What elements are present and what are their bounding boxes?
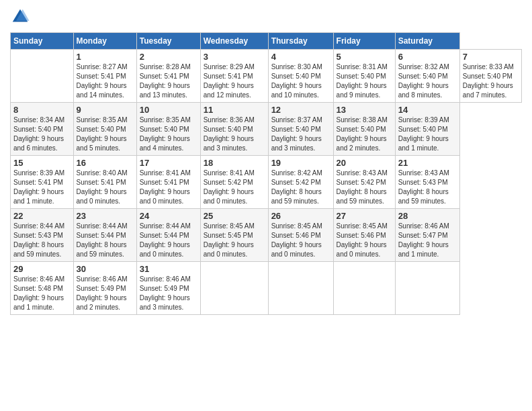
day-info: Sunrise: 8:39 AM Sunset: 5:41 PM Dayligh… — [13, 169, 71, 206]
day-info: Sunrise: 8:43 AM Sunset: 5:43 PM Dayligh… — [398, 169, 457, 206]
day-cell: 5 Sunrise: 8:31 AM Sunset: 5:40 PM Dayli… — [333, 50, 395, 103]
day-cell: 11 Sunrise: 8:36 AM Sunset: 5:40 PM Dayl… — [200, 103, 268, 156]
day-info: Sunrise: 8:46 AM Sunset: 5:49 PM Dayligh… — [140, 275, 197, 312]
day-info: Sunrise: 8:45 AM Sunset: 5:46 PM Dayligh… — [337, 222, 392, 259]
day-info: Sunrise: 8:41 AM Sunset: 5:41 PM Dayligh… — [140, 169, 197, 206]
day-number: 8 — [13, 105, 71, 115]
logo — [10, 7, 33, 27]
day-number: 13 — [337, 105, 392, 115]
day-number: 14 — [398, 105, 457, 115]
day-info: Sunrise: 8:44 AM Sunset: 5:43 PM Dayligh… — [13, 222, 71, 259]
day-cell: 27 Sunrise: 8:45 AM Sunset: 5:46 PM Dayl… — [333, 209, 395, 262]
day-info: Sunrise: 8:41 AM Sunset: 5:42 PM Dayligh… — [204, 169, 265, 206]
day-info: Sunrise: 8:32 AM Sunset: 5:40 PM Dayligh… — [398, 62, 457, 100]
day-info: Sunrise: 8:44 AM Sunset: 5:44 PM Dayligh… — [140, 222, 197, 259]
day-info: Sunrise: 8:37 AM Sunset: 5:40 PM Dayligh… — [271, 116, 330, 153]
day-cell: 29 Sunrise: 8:46 AM Sunset: 5:48 PM Dayl… — [11, 262, 74, 315]
day-cell: 2 Sunrise: 8:28 AM Sunset: 5:41 PM Dayli… — [136, 50, 200, 103]
day-number: 26 — [271, 211, 330, 221]
day-number: 17 — [140, 158, 197, 168]
week-row-1: 8 Sunrise: 8:34 AM Sunset: 5:40 PM Dayli… — [11, 103, 522, 156]
weekday-thursday: Thursday — [268, 33, 333, 50]
weekday-tuesday: Tuesday — [136, 33, 200, 50]
day-info: Sunrise: 8:39 AM Sunset: 5:40 PM Dayligh… — [398, 116, 457, 153]
day-number: 1 — [77, 52, 134, 62]
day-info: Sunrise: 8:31 AM Sunset: 5:40 PM Dayligh… — [337, 62, 392, 100]
day-cell: 16 Sunrise: 8:40 AM Sunset: 5:41 PM Dayl… — [73, 156, 136, 209]
day-cell: 8 Sunrise: 8:34 AM Sunset: 5:40 PM Dayli… — [11, 103, 74, 156]
day-cell: 17 Sunrise: 8:41 AM Sunset: 5:41 PM Dayl… — [136, 156, 200, 209]
day-number: 28 — [398, 211, 457, 221]
weekday-saturday: Saturday — [395, 33, 459, 50]
day-cell: 23 Sunrise: 8:44 AM Sunset: 5:44 PM Dayl… — [73, 209, 136, 262]
day-info: Sunrise: 8:45 AM Sunset: 5:46 PM Dayligh… — [271, 222, 330, 259]
weekday-monday: Monday — [73, 33, 136, 50]
day-cell: 6 Sunrise: 8:32 AM Sunset: 5:40 PM Dayli… — [395, 50, 459, 103]
logo-icon — [10, 7, 30, 27]
day-cell: 20 Sunrise: 8:43 AM Sunset: 5:42 PM Dayl… — [333, 156, 395, 209]
day-info: Sunrise: 8:35 AM Sunset: 5:40 PM Dayligh… — [77, 116, 134, 153]
day-cell: 7 Sunrise: 8:33 AM Sunset: 5:40 PM Dayli… — [459, 50, 521, 103]
weekday-sunday: Sunday — [11, 33, 74, 50]
day-cell — [268, 262, 333, 315]
day-cell: 13 Sunrise: 8:38 AM Sunset: 5:40 PM Dayl… — [333, 103, 395, 156]
day-number: 18 — [204, 158, 265, 168]
day-number: 10 — [140, 105, 197, 115]
day-cell: 26 Sunrise: 8:45 AM Sunset: 5:46 PM Dayl… — [268, 209, 333, 262]
day-number: 11 — [204, 105, 265, 115]
day-info: Sunrise: 8:27 AM Sunset: 5:41 PM Dayligh… — [77, 62, 134, 100]
day-info: Sunrise: 8:33 AM Sunset: 5:40 PM Dayligh… — [463, 62, 519, 100]
day-cell: 21 Sunrise: 8:43 AM Sunset: 5:43 PM Dayl… — [395, 156, 459, 209]
weekday-header: SundayMondayTuesdayWednesdayThursdayFrid… — [11, 33, 522, 50]
day-number: 20 — [337, 158, 392, 168]
day-info: Sunrise: 8:46 AM Sunset: 5:48 PM Dayligh… — [13, 275, 71, 312]
day-info: Sunrise: 8:35 AM Sunset: 5:40 PM Dayligh… — [140, 116, 197, 153]
day-info: Sunrise: 8:38 AM Sunset: 5:40 PM Dayligh… — [337, 116, 392, 153]
day-number: 2 — [140, 52, 197, 62]
week-row-4: 29 Sunrise: 8:46 AM Sunset: 5:48 PM Dayl… — [11, 262, 522, 315]
header — [10, 7, 522, 27]
calendar: SundayMondayTuesdayWednesdayThursdayFrid… — [10, 32, 522, 315]
day-number: 24 — [140, 211, 197, 221]
day-number: 21 — [398, 158, 457, 168]
day-cell: 12 Sunrise: 8:37 AM Sunset: 5:40 PM Dayl… — [268, 103, 333, 156]
week-row-2: 15 Sunrise: 8:39 AM Sunset: 5:41 PM Dayl… — [11, 156, 522, 209]
day-cell: 3 Sunrise: 8:29 AM Sunset: 5:41 PM Dayli… — [200, 50, 268, 103]
day-info: Sunrise: 8:42 AM Sunset: 5:42 PM Dayligh… — [271, 169, 330, 206]
day-cell — [11, 50, 74, 103]
day-info: Sunrise: 8:30 AM Sunset: 5:40 PM Dayligh… — [271, 62, 330, 100]
day-cell: 24 Sunrise: 8:44 AM Sunset: 5:44 PM Dayl… — [136, 209, 200, 262]
day-number: 31 — [140, 264, 197, 274]
day-number: 27 — [337, 211, 392, 221]
page: SundayMondayTuesdayWednesdayThursdayFrid… — [0, 0, 532, 411]
day-cell: 9 Sunrise: 8:35 AM Sunset: 5:40 PM Dayli… — [73, 103, 136, 156]
weekday-friday: Friday — [333, 33, 395, 50]
day-cell: 19 Sunrise: 8:42 AM Sunset: 5:42 PM Dayl… — [268, 156, 333, 209]
day-number: 4 — [271, 52, 330, 62]
day-info: Sunrise: 8:36 AM Sunset: 5:40 PM Dayligh… — [204, 116, 265, 153]
day-cell — [200, 262, 268, 315]
day-number: 22 — [13, 211, 71, 221]
day-number: 16 — [77, 158, 134, 168]
calendar-body: 1 Sunrise: 8:27 AM Sunset: 5:41 PM Dayli… — [11, 50, 522, 315]
day-number: 30 — [77, 264, 134, 274]
day-number: 12 — [271, 105, 330, 115]
day-number: 7 — [463, 52, 519, 62]
day-cell: 15 Sunrise: 8:39 AM Sunset: 5:41 PM Dayl… — [11, 156, 74, 209]
day-number: 29 — [13, 264, 71, 274]
day-number: 15 — [13, 158, 71, 168]
day-info: Sunrise: 8:28 AM Sunset: 5:41 PM Dayligh… — [140, 62, 197, 100]
day-info: Sunrise: 8:46 AM Sunset: 5:47 PM Dayligh… — [398, 222, 457, 259]
day-cell — [333, 262, 395, 315]
day-info: Sunrise: 8:43 AM Sunset: 5:42 PM Dayligh… — [337, 169, 392, 206]
day-number: 19 — [271, 158, 330, 168]
day-info: Sunrise: 8:34 AM Sunset: 5:40 PM Dayligh… — [13, 116, 71, 153]
day-cell: 31 Sunrise: 8:46 AM Sunset: 5:49 PM Dayl… — [136, 262, 200, 315]
day-cell: 10 Sunrise: 8:35 AM Sunset: 5:40 PM Dayl… — [136, 103, 200, 156]
day-cell: 14 Sunrise: 8:39 AM Sunset: 5:40 PM Dayl… — [395, 103, 459, 156]
day-cell — [395, 262, 459, 315]
day-cell: 30 Sunrise: 8:46 AM Sunset: 5:49 PM Dayl… — [73, 262, 136, 315]
day-cell: 18 Sunrise: 8:41 AM Sunset: 5:42 PM Dayl… — [200, 156, 268, 209]
day-number: 25 — [204, 211, 265, 221]
day-number: 3 — [204, 52, 265, 62]
